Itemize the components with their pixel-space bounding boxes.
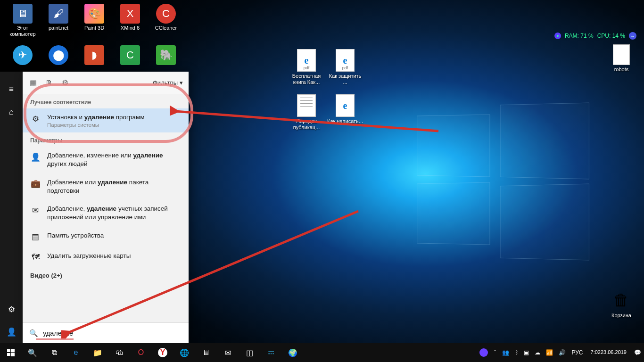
person-icon: 👤 [30,152,41,162]
filter-apps-icon[interactable]: ▦ [28,78,38,88]
briefcase-icon: 💼 [30,179,41,189]
taskbar-mail[interactable]: ✉ [217,343,239,362]
best-match-header: Лучшее соответствие [23,94,189,108]
result-email-accounts[interactable]: ✉ Добавление, удаление учетных записей п… [23,200,189,226]
taskbar-store[interactable]: 🛍 [108,343,130,362]
tray-notifications-icon[interactable]: 💬 [631,343,644,362]
result-provisioning[interactable]: 💼 Добавление или удаление пакета подгото… [23,173,189,200]
tray-clock[interactable]: 7:0223.06.2019 [586,343,631,362]
tray-alice[interactable] [477,343,491,362]
svg-rect-4 [7,353,10,356]
gear-icon: ⚙ [30,114,41,124]
rail-settings-button[interactable]: ⚙ [0,298,23,321]
start-search-panel: ▦ 🗎 ⚙ Фильтры▾ Лучшее соответствие ⚙ Уст… [23,72,189,343]
tray-bt-icon[interactable]: ᛒ [512,343,521,362]
videos-header: Видео (2+) [23,267,189,284]
tray-people-icon[interactable]: 👥 [499,343,512,362]
svg-rect-5 [11,353,15,356]
result-apps-features[interactable]: ⚙ Установка и удаление программ Параметр… [23,108,189,132]
map-icon: 🗺 [30,252,41,263]
tray-volume-icon[interactable]: 🔊 [556,343,569,362]
taskbar-app2[interactable]: ◫ [239,343,260,362]
start-rail: ≡ ⌂ ⚙ 👤 [0,72,23,343]
filter-settings-icon[interactable]: ⚙ [60,78,70,88]
widget-dot-icon: ● [554,33,561,39]
desktop-icon-this-pc[interactable]: 🖥Этот компьютер [5,4,41,37]
search-icon: 🔍 [29,329,38,337]
taskbar-app3[interactable]: 𝌁 [260,343,282,362]
desktop-recycle-bin[interactable]: 🗑Корзина [603,288,639,319]
taskbar-opera[interactable]: O [130,343,152,362]
desktop-icon-paint3d[interactable]: 🎨Paint 3D [76,4,112,31]
desktop: 🖥Этот компьютер 🖌paint.net 🎨Paint 3D XXM… [0,0,644,362]
desktop-icon-camtasia[interactable]: C [112,45,148,65]
chevron-down-icon: ▾ [180,79,183,86]
search-input-row: 🔍 [23,322,189,343]
tray-chevron-up-icon[interactable]: ˄ [491,343,499,362]
desktop-icon-paintnet[interactable]: 🖌paint.net [41,4,76,31]
desktop-icon-telegram[interactable]: ✈ [5,45,41,65]
desktop-file-epdf-1[interactable]: epdfБесплатная книга Как... [289,49,324,85]
system-tray: ˄ 👥 ᛒ ▣ ☁ 📶 🔊 РУС 7:0223.06.2019 💬 [477,343,644,362]
taskbar-edge[interactable]: e [65,343,87,362]
tray-language[interactable]: РУС [569,343,586,362]
taskbar: 🔍 ⧉ e 📁 🛍 O Y 🌐 🖥 ✉ ◫ 𝌁 🌍 ˄ 👥 ᛒ ▣ ☁ 📶 🔊 … [0,343,644,362]
params-header: Параметры [23,132,189,147]
rail-home-button[interactable]: ⌂ [0,101,23,123]
result-maps[interactable]: 🗺 Удалить загруженные карты [23,247,189,267]
rail-user-button[interactable]: 👤 [0,321,23,343]
tray-app-icon[interactable]: ▣ [521,343,532,362]
taskbar-app1[interactable]: 🖥 [195,343,217,362]
task-view-button[interactable]: ⧉ [43,343,65,362]
taskbar-explorer[interactable]: 📁 [87,343,108,362]
perf-widget[interactable]: ● RAM: 71 % CPU: 14 % → [554,32,636,40]
mail-icon: ✉ [30,205,41,215]
windows-logo-wallpaper [415,104,589,250]
rail-menu-button[interactable]: ≡ [0,78,23,101]
taskbar-chrome[interactable]: 🌐 [173,343,195,362]
desktop-icon-app-red[interactable]: ◗ [76,45,112,65]
desktop-file-robots[interactable]: robots [603,44,639,73]
result-other-users[interactable]: 👤 Добавление, изменение или удаление дру… [23,147,189,173]
result-storage[interactable]: ▤ Память устройства [23,227,189,247]
desktop-icon-evernote[interactable]: 🐘 [148,45,184,65]
storage-icon: ▤ [30,232,41,242]
tray-wifi-icon[interactable]: 📶 [543,343,556,362]
search-top-bar: ▦ 🗎 ⚙ Фильтры▾ [23,72,189,94]
svg-rect-2 [7,349,10,352]
filters-dropdown[interactable]: Фильтры▾ [153,79,183,86]
taskbar-app4[interactable]: 🌍 [282,343,304,362]
desktop-file-doc-1[interactable]: Порядок публикац... [289,94,324,130]
search-input[interactable] [43,329,182,337]
taskbar-yandex[interactable]: Y [152,343,173,362]
desktop-icon-app-blue[interactable]: ⬤ [41,45,76,65]
tray-onedrive-icon[interactable]: ☁ [532,343,543,362]
desktop-icon-ccleaner[interactable]: CCCleaner [148,4,184,31]
taskbar-search-button[interactable]: 🔍 [22,343,43,362]
start-button[interactable] [0,343,22,362]
result-title: Установка и удаление программ [47,113,181,122]
widget-arrow-icon: → [629,32,636,40]
desktop-icon-xmind[interactable]: XXMind 6 [112,4,148,31]
desktop-file-doc-2[interactable]: eКак написать... [327,94,363,124]
desktop-file-epdf-2[interactable]: epdfКак защитить ... [327,49,363,85]
filter-docs-icon[interactable]: 🗎 [44,78,54,88]
svg-rect-3 [11,349,15,352]
